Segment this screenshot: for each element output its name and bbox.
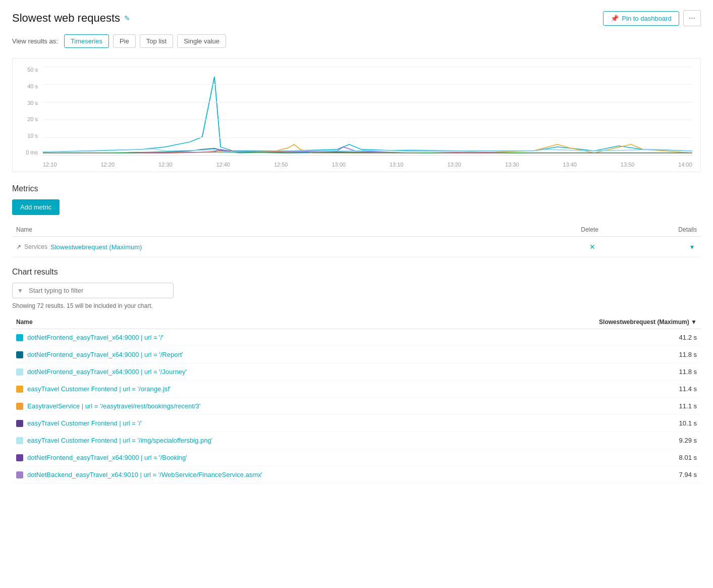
- metrics-table: Name Delete Details ↗ Services Slowestwe…: [12, 223, 701, 257]
- pin-icon: 📌: [611, 15, 619, 22]
- x-label-4: 12:50: [274, 162, 288, 168]
- chart-container: 50 s 40 s 30 s 20 s 10 s 0 ms: [21, 67, 692, 168]
- pin-to-dashboard-button[interactable]: 📌 Pin to dashboard: [603, 11, 679, 26]
- x-label-0: 12:10: [43, 162, 57, 168]
- y-label-10: 10 s: [27, 133, 38, 139]
- edit-icon[interactable]: ✎: [124, 14, 130, 22]
- row-link[interactable]: dotNetFrontend_easyTravel_x64:9000 | url…: [27, 368, 187, 376]
- color-swatch: [16, 351, 23, 358]
- x-label-6: 13:10: [390, 162, 404, 168]
- row-name-cell: dotNetFrontend_easyTravel_x64:9000 | url…: [16, 334, 495, 341]
- search-input[interactable]: [12, 283, 174, 298]
- table-row: dotNetBackend_easyTravel_x64:9010 | url …: [12, 466, 701, 484]
- row-name-cell: dotNetFrontend_easyTravel_x64:9000 | url…: [16, 368, 495, 376]
- row-link[interactable]: dotNetFrontend_easyTravel_x64:9000 | url…: [27, 334, 163, 341]
- row-name-cell: easyTravel Customer Frontend | url = '/': [16, 419, 495, 427]
- results-info: Showing 72 results. 15 will be included …: [12, 302, 701, 309]
- x-axis: 12:10 12:20 12:30 12:40 12:50 13:00 13:1…: [43, 162, 692, 168]
- view-results-label: View results as:: [12, 37, 58, 45]
- title-area: Slowest web requests ✎: [12, 12, 130, 25]
- results-col-name: Name: [12, 315, 499, 329]
- metric-value: Slowestwebrequest (Maximum): [50, 243, 142, 251]
- delete-metric-button[interactable]: ✕: [586, 242, 598, 252]
- row-value: 11.4 s: [499, 381, 701, 398]
- x-label-11: 14:00: [678, 162, 692, 168]
- view-toggle: View results as: Timeseries Pie Top list…: [12, 34, 701, 48]
- metrics-section: Metrics Add metric Name Delete Details ↗…: [12, 184, 701, 257]
- filter-input-wrap: ▼: [12, 283, 174, 298]
- tab-pie[interactable]: Pie: [113, 34, 136, 48]
- table-row: dotNetFrontend_easyTravel_x64:9000 | url…: [12, 363, 701, 381]
- color-swatch: [16, 403, 23, 410]
- table-row: easyTravel Customer Frontend | url = '/'…: [12, 415, 701, 432]
- table-row: easyTravel Customer Frontend | url = '/i…: [12, 432, 701, 449]
- page-header: Slowest web requests ✎ 📌 Pin to dashboar…: [12, 10, 701, 26]
- x-label-5: 13:00: [332, 162, 346, 168]
- results-col-sort[interactable]: Slowestwebrequest (Maximum) ▼: [499, 315, 701, 329]
- y-label-0: 0 ms: [26, 149, 38, 155]
- color-swatch: [16, 386, 23, 393]
- metric-name-cell: ↗ Services Slowestwebrequest (Maximum): [16, 243, 504, 251]
- tab-single-value[interactable]: Single value: [177, 34, 226, 48]
- x-label-2: 12:30: [158, 162, 173, 168]
- row-name-cell: easyTravel Customer Frontend | url = '/i…: [16, 437, 495, 444]
- row-link[interactable]: dotNetFrontend_easyTravel_x64:9000 | url…: [27, 351, 183, 358]
- more-options-button[interactable]: ···: [683, 10, 701, 26]
- chevron-down-icon: ▾: [690, 243, 694, 251]
- color-swatch: [16, 471, 23, 478]
- filter-icon: ▼: [17, 287, 23, 294]
- row-name-cell: EasytravelService | url = '/easytravel/r…: [16, 402, 495, 410]
- chart-results-title: Chart results: [12, 268, 701, 277]
- metrics-col-details: Details: [602, 223, 701, 237]
- chart-plot: [43, 67, 692, 155]
- color-swatch: [16, 334, 23, 341]
- tab-timeseries[interactable]: Timeseries: [64, 34, 109, 48]
- row-link[interactable]: dotNetBackend_easyTravel_x64:9010 | url …: [27, 471, 262, 478]
- page-title: Slowest web requests: [12, 12, 120, 25]
- pin-label: Pin to dashboard: [622, 15, 671, 22]
- y-label-40: 40 s: [27, 83, 38, 89]
- x-label-1: 12:20: [100, 162, 115, 168]
- table-row: dotNetFrontend_easyTravel_x64:9000 | url…: [12, 346, 701, 363]
- details-metric-button[interactable]: ▾: [687, 242, 697, 252]
- add-metric-button[interactable]: Add metric: [12, 199, 60, 215]
- y-axis: 50 s 40 s 30 s 20 s 10 s 0 ms: [21, 67, 41, 155]
- tab-toplist[interactable]: Top list: [140, 34, 173, 48]
- metric-tag: Services: [24, 243, 47, 250]
- row-value: 11.8 s: [499, 346, 701, 363]
- row-value: 11.8 s: [499, 363, 701, 381]
- x-icon: ✕: [589, 243, 595, 251]
- row-link[interactable]: easyTravel Customer Frontend | url = '/o…: [27, 385, 171, 393]
- header-actions: 📌 Pin to dashboard ···: [603, 10, 701, 26]
- row-link[interactable]: easyTravel Customer Frontend | url = '/i…: [27, 437, 212, 444]
- x-label-9: 13:40: [563, 162, 577, 168]
- metrics-section-title: Metrics: [12, 184, 701, 193]
- row-value: 11.1 s: [499, 398, 701, 415]
- x-label-8: 13:30: [505, 162, 519, 168]
- y-label-30: 30 s: [27, 100, 38, 106]
- row-value: 8.01 s: [499, 449, 701, 466]
- y-label-50: 50 s: [27, 67, 38, 73]
- row-name-cell: easyTravel Customer Frontend | url = '/o…: [16, 385, 495, 393]
- results-table: Name Slowestwebrequest (Maximum) ▼ dotNe…: [12, 315, 701, 484]
- color-swatch: [16, 420, 23, 427]
- trend-icon: ↗: [16, 243, 21, 250]
- x-label-7: 13:20: [447, 162, 461, 168]
- row-name-cell: dotNetBackend_easyTravel_x64:9010 | url …: [16, 471, 495, 478]
- table-row: easyTravel Customer Frontend | url = '/o…: [12, 381, 701, 398]
- metrics-row: ↗ Services Slowestwebrequest (Maximum) ✕…: [12, 237, 701, 257]
- metrics-col-name: Name: [12, 223, 508, 237]
- row-link[interactable]: dotNetFrontend_easyTravel_x64:9000 | url…: [27, 454, 187, 461]
- chart-svg: [43, 67, 692, 155]
- row-link[interactable]: easyTravel Customer Frontend | url = '/': [27, 419, 142, 427]
- row-value: 41.2 s: [499, 329, 701, 346]
- row-value: 9.29 s: [499, 432, 701, 449]
- table-row: EasytravelService | url = '/easytravel/r…: [12, 398, 701, 415]
- metrics-col-delete: Delete: [508, 223, 602, 237]
- table-row: dotNetFrontend_easyTravel_x64:9000 | url…: [12, 329, 701, 346]
- table-row: dotNetFrontend_easyTravel_x64:9000 | url…: [12, 449, 701, 466]
- color-swatch: [16, 437, 23, 444]
- row-link[interactable]: EasytravelService | url = '/easytravel/r…: [27, 402, 200, 410]
- x-label-10: 13:50: [621, 162, 635, 168]
- y-label-20: 20 s: [27, 116, 38, 122]
